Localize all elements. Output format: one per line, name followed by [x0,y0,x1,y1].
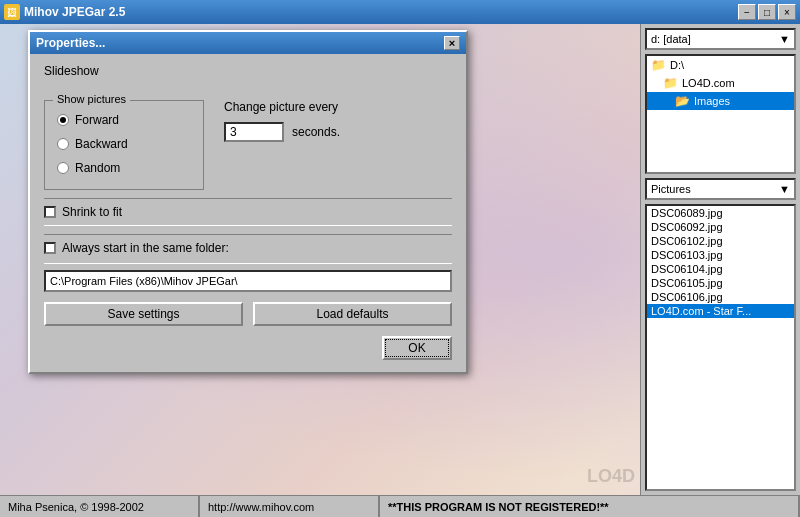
status-url: http://www.mihov.com [200,496,380,517]
minimize-button[interactable]: − [738,4,756,20]
file-item[interactable]: DSC06092.jpg [647,220,794,234]
folder-lo4d-label: LO4D.com [682,77,735,89]
load-defaults-button[interactable]: Load defaults [253,302,452,326]
radio-backward-label: Backward [75,137,128,151]
show-pictures-radio-group: Forward Backward Random [57,109,191,179]
radio-forward-label: Forward [75,113,119,127]
shrink-checkbox[interactable] [44,206,56,218]
radio-random[interactable]: Random [57,161,191,175]
folder-lo4d-icon: 📁 [663,76,678,90]
file-item[interactable]: DSC06089.jpg [647,206,794,220]
drive-selector[interactable]: d: [data] ▼ [645,28,796,50]
dialog-title-bar: Properties... × [30,32,466,54]
shrink-label: Shrink to fit [62,205,122,219]
watermark: LO4D [587,466,635,487]
maximize-button[interactable]: □ [758,4,776,20]
folder-images-icon: 📂 [675,94,690,108]
show-pictures-group-wrapper: Show pictures Forward Backward Random [44,92,204,190]
always-start-row: Always start in the same folder: [44,241,452,255]
window-controls: − □ × [738,4,796,20]
folder-item-images[interactable]: 📂 Images [647,92,794,110]
radio-backward[interactable]: Backward [57,137,191,151]
dialog-close-button[interactable]: × [444,36,460,50]
right-panel: d: [data] ▼ 📁 D:\ 📁 LO4D.com 📂 Images Pi… [640,24,800,495]
status-author-text: Miha Psenica, © 1998-2002 [8,501,144,513]
save-settings-button[interactable]: Save settings [44,302,243,326]
shrink-to-fit-row: Shrink to fit [44,198,452,226]
title-bar: 🖼 Mihov JPEGar 2.5 − □ × [0,0,800,24]
change-picture-row: seconds. [224,122,340,142]
properties-dialog: Properties... × Slideshow Show pictures … [28,30,468,374]
change-picture-box: Change picture every seconds. [224,100,340,142]
radio-backward-circle[interactable] [57,138,69,150]
pictures-dropdown-icon[interactable]: ▼ [779,183,790,195]
seconds-input[interactable] [224,122,284,142]
always-start-label: Always start in the same folder: [62,241,229,255]
app-title: Mihov JPEGar 2.5 [24,5,738,19]
dialog-content: Slideshow Show pictures Forward Backward [30,54,466,372]
file-item[interactable]: DSC06104.jpg [647,262,794,276]
file-list: DSC06089.jpg DSC06092.jpg DSC06102.jpg D… [645,204,796,491]
drive-dropdown-icon[interactable]: ▼ [779,33,790,45]
always-start-section: Always start in the same folder: [44,234,452,264]
change-picture-label: Change picture every [224,100,340,114]
slideshow-row: Show pictures Forward Backward Random [44,84,452,190]
status-url-text: http://www.mihov.com [208,501,314,513]
app-icon: 🖼 [4,4,20,20]
folder-drive-icon: 📁 [651,58,666,72]
file-item[interactable]: DSC06105.jpg [647,276,794,290]
folder-drive-label: D:\ [670,59,684,71]
folder-item-lo4d[interactable]: 📁 LO4D.com [647,74,794,92]
radio-random-label: Random [75,161,120,175]
pictures-selector[interactable]: Pictures ▼ [645,178,796,200]
path-input[interactable] [44,270,452,292]
ok-button[interactable]: OK [382,336,452,360]
folder-images-label: Images [694,95,730,107]
pictures-label-text: Pictures [651,183,691,195]
seconds-unit: seconds. [292,125,340,139]
slideshow-label: Slideshow [44,64,452,78]
file-item[interactable]: DSC06102.jpg [647,234,794,248]
close-button[interactable]: × [778,4,796,20]
radio-forward[interactable]: Forward [57,113,191,127]
drive-label: d: [data] [651,33,691,45]
file-item[interactable]: DSC06103.jpg [647,248,794,262]
status-bar: Miha Psenica, © 1998-2002 http://www.mih… [0,495,800,517]
folder-item-drive[interactable]: 📁 D:\ [647,56,794,74]
show-pictures-group-title: Show pictures [53,93,130,105]
status-notice: **THIS PROGRAM IS NOT REGISTERED!** [380,496,800,517]
always-start-checkbox[interactable] [44,242,56,254]
folder-tree: 📁 D:\ 📁 LO4D.com 📂 Images [645,54,796,174]
radio-forward-circle[interactable] [57,114,69,126]
file-item[interactable]: DSC06106.jpg [647,290,794,304]
ok-row: OK [44,336,452,360]
file-item-selected[interactable]: LO4D.com - Star F... [647,304,794,318]
status-author: Miha Psenica, © 1998-2002 [0,496,200,517]
radio-random-circle[interactable] [57,162,69,174]
status-notice-text: **THIS PROGRAM IS NOT REGISTERED!** [388,501,609,513]
settings-button-row: Save settings Load defaults [44,302,452,326]
dialog-title-text: Properties... [36,36,105,50]
